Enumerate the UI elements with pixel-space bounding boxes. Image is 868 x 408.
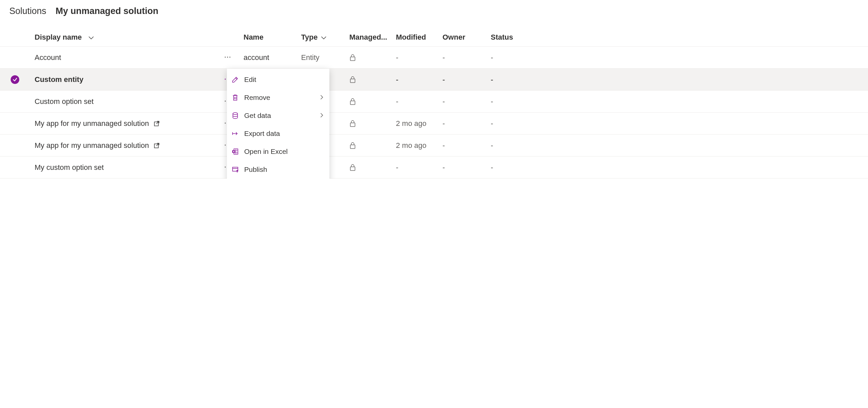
row-modified: - bbox=[396, 53, 442, 62]
lock-icon bbox=[349, 76, 356, 83]
publish-icon bbox=[231, 166, 239, 173]
row-status: - bbox=[491, 141, 521, 150]
table-row[interactable]: My app for my unmanaged solution ··· ive… bbox=[0, 113, 868, 135]
row-display-name[interactable]: Custom option set bbox=[35, 97, 93, 106]
table-row[interactable]: Custom entity ··· - - - bbox=[0, 68, 868, 91]
menu-item-edit[interactable]: Edit bbox=[227, 70, 329, 89]
row-status: - bbox=[491, 119, 521, 128]
svg-rect-10 bbox=[350, 101, 355, 105]
row-modified: 2 mo ago bbox=[396, 119, 442, 128]
row-type: Entity bbox=[301, 53, 349, 62]
menu-item-publish[interactable]: Publish bbox=[227, 161, 329, 178]
chevron-right-icon bbox=[320, 112, 323, 120]
table-row[interactable]: Custom option set ··· et - - - bbox=[0, 91, 868, 113]
row-display-name[interactable]: My custom option set bbox=[35, 163, 104, 172]
menu-item-get-data[interactable]: Get data bbox=[227, 107, 329, 124]
breadcrumb-parent-link[interactable]: Solutions bbox=[9, 6, 46, 16]
selected-check-icon[interactable] bbox=[11, 75, 19, 84]
column-header-modified[interactable]: Modified bbox=[396, 33, 442, 41]
context-menu: Edit Remove Get data bbox=[227, 68, 329, 178]
menu-item-export-data[interactable]: Export data bbox=[227, 124, 329, 143]
row-display-name[interactable]: My app for my unmanaged solution bbox=[35, 141, 149, 150]
lock-icon bbox=[349, 164, 356, 171]
row-modified: - bbox=[396, 97, 442, 106]
column-header-status[interactable]: Status bbox=[491, 33, 521, 41]
row-status: - bbox=[491, 163, 521, 172]
svg-rect-0 bbox=[350, 57, 355, 61]
more-actions-icon[interactable]: ··· bbox=[224, 54, 231, 61]
svg-rect-14 bbox=[350, 145, 355, 149]
lock-icon bbox=[349, 142, 356, 149]
row-modified: - bbox=[396, 163, 442, 172]
chevron-down-icon bbox=[321, 33, 327, 41]
column-header-type[interactable]: Type bbox=[301, 33, 349, 41]
column-header-name[interactable]: Name bbox=[233, 33, 301, 41]
edit-icon bbox=[231, 76, 239, 83]
row-display-name[interactable]: Account bbox=[35, 53, 61, 62]
chevron-right-icon bbox=[320, 94, 323, 101]
row-owner: - bbox=[442, 163, 491, 172]
excel-icon bbox=[231, 148, 239, 155]
row-owner: - bbox=[442, 97, 491, 106]
table-row[interactable]: My custom option set ··· et - - - bbox=[0, 156, 868, 178]
table-row[interactable]: My app for my unmanaged solution ··· ens… bbox=[0, 135, 868, 156]
chevron-down-icon bbox=[89, 33, 94, 41]
svg-rect-15 bbox=[350, 167, 355, 171]
column-header-owner[interactable]: Owner bbox=[442, 33, 491, 41]
column-header-managed[interactable]: Managed... bbox=[349, 33, 396, 41]
external-link-icon bbox=[154, 121, 160, 126]
svg-rect-12 bbox=[350, 123, 355, 126]
row-owner: - bbox=[442, 141, 491, 150]
database-icon bbox=[231, 112, 239, 119]
row-status: - bbox=[491, 53, 521, 62]
lock-icon bbox=[349, 98, 356, 105]
trash-icon bbox=[231, 94, 239, 101]
export-arrow-icon bbox=[231, 130, 239, 137]
row-status: - bbox=[491, 75, 521, 84]
menu-item-remove[interactable]: Remove bbox=[227, 89, 329, 107]
row-display-name[interactable]: My app for my unmanaged solution bbox=[35, 119, 149, 128]
table-row[interactable]: Account ··· account Entity - - - bbox=[0, 47, 868, 68]
breadcrumb: Solutions My unmanaged solution bbox=[0, 0, 868, 28]
row-owner: - bbox=[442, 119, 491, 128]
lock-icon bbox=[349, 54, 356, 61]
svg-point-2 bbox=[233, 113, 238, 115]
external-link-icon bbox=[154, 143, 160, 149]
column-header-display-name[interactable]: Display name bbox=[30, 33, 223, 41]
breadcrumb-current: My unmanaged solution bbox=[56, 6, 158, 16]
row-status: - bbox=[491, 97, 521, 106]
row-modified: 2 mo ago bbox=[396, 141, 442, 150]
row-modified: - bbox=[396, 75, 442, 84]
lock-icon bbox=[349, 120, 356, 127]
table-header-row: Display name Name Type Managed... Modifi… bbox=[0, 28, 868, 47]
menu-item-open-excel[interactable]: Open in Excel bbox=[227, 143, 329, 161]
svg-rect-1 bbox=[350, 79, 355, 83]
row-owner: - bbox=[442, 53, 491, 62]
row-name: account bbox=[233, 53, 301, 62]
row-display-name[interactable]: Custom entity bbox=[35, 75, 84, 84]
row-owner: - bbox=[442, 75, 491, 84]
components-table: Display name Name Type Managed... Modifi… bbox=[0, 28, 868, 178]
